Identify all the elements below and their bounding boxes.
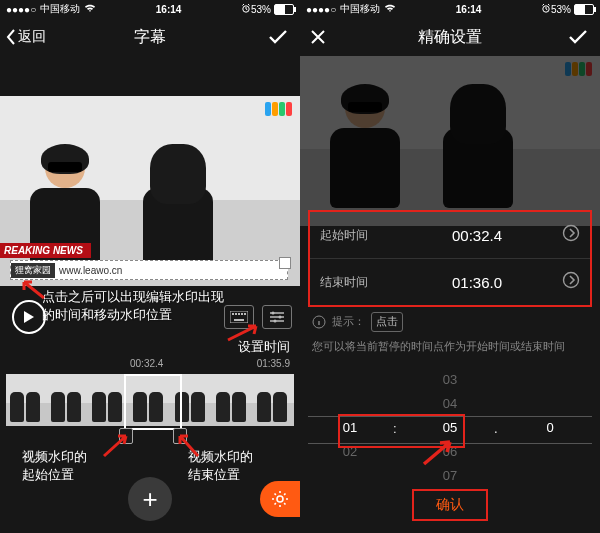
watermark-box[interactable]: 狸窝家园 www.leawo.cn: [10, 260, 288, 280]
picker-col-frac[interactable]: 0: [500, 368, 600, 490]
confirm-button-bottom[interactable]: 确认: [412, 489, 488, 521]
time-settings-button[interactable]: [262, 305, 292, 329]
annotation-start: 视频水印的 起始位置: [22, 448, 87, 483]
confirm-button[interactable]: [568, 29, 588, 45]
hint-pre: 提示：: [332, 313, 365, 331]
alarm-icon: [241, 3, 251, 15]
nav-bar: 精确设置: [300, 18, 600, 56]
start-time-label: 起始时间: [320, 227, 392, 244]
status-bar: ●●●●○ 中国移动 16:14 53%: [0, 0, 300, 18]
status-bar: ●●●●○ 中国移动 16:14 53%: [300, 0, 600, 18]
apply-start-icon[interactable]: [562, 224, 580, 246]
add-button[interactable]: +: [128, 477, 172, 521]
battery-pct: 53%: [551, 4, 571, 15]
end-time-label: 结束时间: [320, 274, 392, 291]
set-time-label: 设置时间: [238, 338, 290, 356]
svg-point-11: [277, 496, 283, 502]
time-picker[interactable]: 01 02 0304 05 0607 0 : .: [300, 368, 600, 490]
svg-point-9: [279, 316, 282, 319]
svg-rect-5: [241, 313, 243, 315]
battery-icon: [574, 4, 594, 15]
signal-icon: ●●●●○: [306, 4, 336, 15]
nav-title: 字幕: [134, 27, 166, 48]
watermark-tag: 狸窝家园: [11, 263, 55, 278]
hint-row: 提示： 点击 您可以将当前暂停的时间点作为开始时间或结束时间: [312, 312, 588, 355]
battery-pct: 53%: [251, 4, 271, 15]
close-button[interactable]: [310, 29, 326, 45]
start-time-row[interactable]: 起始时间 00:32.4: [310, 212, 590, 259]
carrier-label: 中国移动: [40, 2, 80, 16]
alarm-icon: [541, 3, 551, 15]
video-preview[interactable]: REAKING NEWS 狸窝家园 www.leawo.cn: [0, 96, 300, 286]
wifi-icon: [84, 3, 96, 15]
hint-post: 您可以将当前暂停的时间点作为开始时间或结束时间: [312, 338, 565, 356]
picker-sep-colon: :: [393, 416, 397, 442]
clock: 16:14: [156, 4, 182, 15]
nav-bar: 返回 字幕: [0, 18, 300, 56]
annotation-end: 视频水印的 结束位置: [188, 448, 253, 483]
start-time-value: 00:32.4: [392, 227, 562, 244]
keyboard-button[interactable]: [224, 305, 254, 329]
svg-point-14: [564, 273, 579, 288]
clock: 16:14: [456, 4, 482, 15]
end-time-row[interactable]: 结束时间 01:36.0: [310, 259, 590, 305]
svg-point-10: [274, 320, 277, 323]
tencent-video-icon: [565, 62, 592, 76]
timeline-end-time: 01:35.9: [257, 358, 290, 369]
picker-col-sec[interactable]: 0304 05 0607: [400, 368, 500, 490]
range-start-handle[interactable]: [119, 428, 133, 444]
end-time-value: 01:36.0: [392, 274, 562, 291]
settings-button[interactable]: [260, 481, 300, 517]
signal-icon: ●●●●○: [6, 4, 36, 15]
tencent-video-icon: [265, 102, 292, 116]
battery-icon: [274, 4, 294, 15]
apply-end-icon[interactable]: [562, 271, 580, 293]
confirm-button[interactable]: [268, 29, 288, 45]
svg-point-8: [272, 312, 275, 315]
resize-handle[interactable]: [279, 257, 291, 269]
back-label: 返回: [18, 28, 46, 46]
wifi-icon: [384, 3, 396, 15]
svg-rect-1: [230, 311, 248, 323]
video-preview-dimmed: [300, 56, 600, 226]
watermark-text: www.leawo.cn: [59, 265, 122, 276]
svg-rect-7: [234, 319, 244, 321]
svg-rect-4: [238, 313, 240, 315]
carrier-label: 中国移动: [340, 2, 380, 16]
selection-range[interactable]: [124, 374, 182, 430]
back-button[interactable]: 返回: [6, 28, 46, 46]
svg-rect-3: [235, 313, 237, 315]
info-icon: [312, 315, 326, 329]
nav-title: 精确设置: [418, 27, 482, 48]
svg-rect-6: [244, 313, 246, 315]
svg-point-13: [564, 226, 579, 241]
range-end-handle[interactable]: [173, 428, 187, 444]
timeline-start-time: 00:32.4: [130, 358, 163, 369]
svg-rect-2: [232, 313, 234, 315]
play-button[interactable]: [12, 300, 46, 334]
time-rows-highlight: 起始时间 00:32.4 结束时间 01:36.0: [308, 210, 592, 307]
breaking-news-banner: REAKING NEWS: [0, 243, 91, 258]
picker-sep-dot: .: [494, 416, 498, 442]
hint-chip: 点击: [371, 312, 403, 332]
picker-col-min[interactable]: 01 02: [300, 368, 400, 490]
